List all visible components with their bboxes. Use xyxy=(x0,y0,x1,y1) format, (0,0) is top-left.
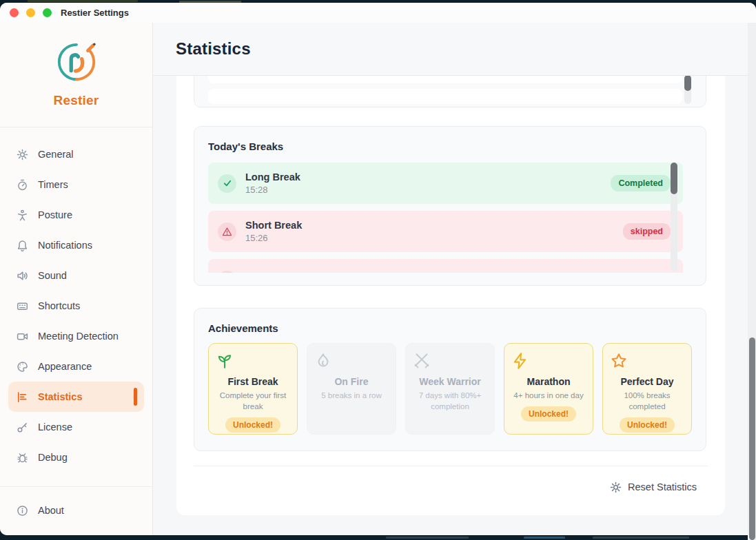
break-row: Short Break 15:26 skipped xyxy=(208,211,683,252)
page-header: Statistics xyxy=(153,23,756,76)
sidebar-item-debug[interactable]: Debug xyxy=(8,442,144,473)
break-time: 15:26 xyxy=(245,233,302,243)
desktop-fleck xyxy=(593,537,689,539)
settings-window: Restier Settings Restier xyxy=(0,3,756,535)
break-row: Short Break xyxy=(208,259,683,273)
video-camera-icon xyxy=(17,331,28,342)
logo-block: Restier xyxy=(0,23,152,127)
achievement-description: 100% breaks completed xyxy=(610,390,684,412)
achievement-name: Marathon xyxy=(511,376,586,387)
sidebar-item-label: Notifications xyxy=(38,240,92,251)
achievement-name: Perfect Day xyxy=(610,376,684,387)
achievement-description: 7 days with 80%+ completion xyxy=(413,390,487,412)
scrolled-card-partial xyxy=(194,76,706,107)
app-name: Restier xyxy=(54,93,99,108)
break-name: Short Break xyxy=(245,220,302,231)
sidebar-item-license[interactable]: License xyxy=(8,412,144,442)
achievement-badge: Unlocked! xyxy=(521,406,576,422)
speaker-icon xyxy=(17,270,28,282)
achievements-card: Achievements First Break Complete your f… xyxy=(194,308,706,451)
achievement-badge: Unlocked! xyxy=(620,417,675,433)
scrollbar-track[interactable] xyxy=(684,76,691,104)
desktop-fleck xyxy=(386,537,469,539)
reset-statistics-label: Reset Statistics xyxy=(628,481,697,492)
zoom-button[interactable] xyxy=(43,8,52,17)
crossed-swords-icon xyxy=(413,352,487,371)
window-controls xyxy=(10,8,52,17)
warning-icon xyxy=(218,271,236,273)
sidebar-item-timers[interactable]: Timers xyxy=(8,169,144,200)
statistics-panel: Today's Breaks Long Break 15:28 xyxy=(176,76,725,515)
sidebar-item-label: About xyxy=(38,505,64,516)
list-item xyxy=(208,76,682,83)
bug-icon xyxy=(17,452,28,464)
scrollbar-thumb[interactable] xyxy=(684,76,691,91)
star-icon xyxy=(610,352,684,371)
active-indicator xyxy=(134,388,137,406)
sidebar-item-notifications[interactable]: Notifications xyxy=(8,230,144,260)
window-scrollbar-thumb[interactable] xyxy=(749,338,755,540)
sidebar-nav: General Timers Posture xyxy=(0,127,152,486)
app-logo-icon xyxy=(55,41,98,83)
achievement-description: 4+ hours in one day xyxy=(511,390,586,401)
sidebar-item-meeting-detection[interactable]: Meeting Detection xyxy=(8,321,144,351)
flame-icon xyxy=(314,352,389,371)
achievements-grid: First Break Complete your first break Un… xyxy=(208,343,692,435)
todays-breaks-card: Today's Breaks Long Break 15:28 xyxy=(194,126,706,286)
achievements-title: Achievements xyxy=(208,322,692,334)
posture-icon xyxy=(17,209,28,221)
key-icon xyxy=(17,422,28,433)
sidebar-footer: About xyxy=(0,487,152,535)
bar-chart-icon xyxy=(17,391,28,403)
achievement-description: 5 breaks in a row xyxy=(314,390,389,401)
sidebar-item-shortcuts[interactable]: Shortcuts xyxy=(8,291,144,321)
sprout-icon xyxy=(216,352,290,371)
sidebar-item-label: Posture xyxy=(38,209,72,220)
palette-icon xyxy=(17,361,28,373)
achievement-name: First Break xyxy=(216,376,290,387)
sidebar-item-general[interactable]: General xyxy=(8,139,144,169)
page-title: Statistics xyxy=(176,39,251,59)
sidebar-item-appearance[interactable]: Appearance xyxy=(8,351,144,382)
achievement-description: Complete your first break xyxy=(216,390,290,412)
sidebar-item-label: License xyxy=(38,422,72,433)
break-name: Long Break xyxy=(245,172,300,183)
titlebar: Restier Settings xyxy=(0,3,756,23)
scrollbar-track[interactable] xyxy=(671,163,677,271)
list-item xyxy=(208,89,682,104)
sidebar-item-about[interactable]: About xyxy=(8,495,144,526)
break-status-badge: skipped xyxy=(623,223,671,240)
sidebar-item-label: Shortcuts xyxy=(38,300,80,311)
achievement-badge: Unlocked! xyxy=(225,417,280,433)
achievement-marathon: Marathon 4+ hours in one day Unlocked! xyxy=(504,343,593,435)
achievement-name: On Fire xyxy=(314,376,389,387)
sidebar-item-sound[interactable]: Sound xyxy=(8,260,144,291)
achievement-name: Week Warrior xyxy=(413,376,487,387)
break-row: Long Break 15:28 Completed xyxy=(208,163,683,204)
sidebar-item-label: Meeting Detection xyxy=(38,331,119,342)
achievement-week-warrior: Week Warrior 7 days with 80%+ completion xyxy=(405,343,495,435)
scrollbar-thumb[interactable] xyxy=(671,163,677,194)
desktop-fleck xyxy=(524,537,565,539)
sidebar-item-label: Debug xyxy=(38,452,68,463)
desktop: Restier Settings Restier xyxy=(0,0,756,540)
sidebar-item-posture[interactable]: Posture xyxy=(8,200,144,230)
main-content: Statistics Today's Breaks xyxy=(153,23,756,535)
check-icon xyxy=(218,174,236,193)
bell-icon xyxy=(17,240,28,251)
close-button[interactable] xyxy=(10,8,19,17)
minimize-button[interactable] xyxy=(26,8,35,17)
reset-statistics-button[interactable]: Reset Statistics xyxy=(610,477,697,497)
timer-icon xyxy=(17,179,28,191)
gear-icon xyxy=(17,149,28,160)
sidebar-item-label: Timers xyxy=(38,179,68,190)
achievement-first-break: First Break Complete your first break Un… xyxy=(208,343,298,435)
sidebar-item-label: Sound xyxy=(38,270,67,281)
footer-divider xyxy=(194,466,708,466)
breaks-list: Long Break 15:28 Completed xyxy=(208,163,692,273)
desktop-fleck xyxy=(28,0,138,2)
gear-icon xyxy=(610,481,622,493)
sidebar-item-label: General xyxy=(38,149,74,160)
sidebar-item-statistics[interactable]: Statistics xyxy=(8,382,144,412)
break-time: 15:28 xyxy=(245,185,300,195)
